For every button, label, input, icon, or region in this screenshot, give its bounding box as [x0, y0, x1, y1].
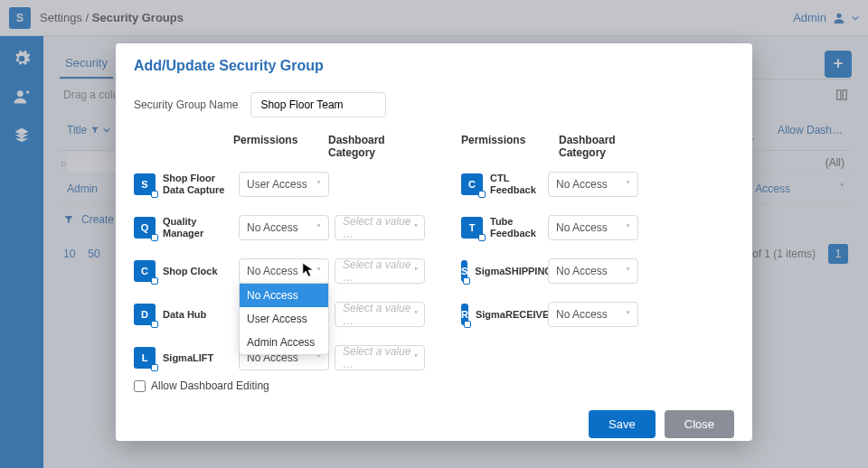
permission-select[interactable]: No Access˅ — [239, 215, 329, 240]
group-name-row: Security Group Name — [134, 92, 734, 117]
dropdown-option[interactable]: User Access — [240, 307, 328, 331]
app-icon: L — [134, 347, 156, 369]
dropdown-option[interactable]: No Access — [240, 284, 328, 307]
permission-select[interactable]: No Access˅ — [548, 215, 638, 240]
app-icon: C — [134, 260, 156, 282]
app-row-receive: R SigmaRECEIVE No Access˅ — [461, 302, 734, 327]
app-row-ctl: C CTL Feedback No Access˅ — [461, 172, 734, 197]
allow-dashboard-row: Allow Dashboard Editing — [116, 370, 752, 401]
app-name: CTL Feedback — [490, 173, 536, 195]
app-icon: Q — [134, 217, 156, 239]
dashboard-select[interactable]: Select a value …˅ — [335, 345, 425, 370]
chevron-down-icon: ˅ — [316, 180, 321, 190]
header-dashboard: Dashboard Category — [328, 128, 423, 164]
app-name: Data Hub — [163, 309, 206, 321]
permission-select[interactable]: User Access˅ — [239, 172, 329, 197]
app-icon: C — [461, 173, 483, 195]
permission-select[interactable]: No Access˅ — [548, 258, 638, 284]
app-row-shopclock: C Shop Clock No Access˅ No Access User A… — [134, 258, 425, 284]
app-icon: D — [134, 304, 156, 325]
permission-select[interactable]: No Access˅ — [548, 302, 638, 327]
chevron-down-icon: ˅ — [626, 180, 630, 190]
permission-select[interactable]: No Access˅ — [239, 258, 329, 284]
chevron-down-icon: ˅ — [316, 223, 321, 233]
permission-dropdown: No Access User Access Admin Access — [239, 283, 329, 355]
cursor-icon — [302, 262, 315, 278]
app-name: Shop Floor Data Capture — [163, 173, 224, 195]
apps-grid: S Shop Floor Data Capture User Access˅ Q… — [134, 164, 734, 370]
app-icon: R — [461, 304, 468, 325]
save-button[interactable]: Save — [589, 410, 656, 438]
app-name: SigmaRECEIVE — [476, 309, 549, 321]
app-row-quality: Q Quality Manager No Access˅ Select a va… — [134, 215, 425, 240]
chevron-down-icon: ˅ — [626, 223, 630, 233]
app-icon: S — [134, 173, 156, 195]
group-name-label: Security Group Name — [134, 98, 238, 111]
chevron-down-icon: ˅ — [412, 353, 417, 363]
chevron-down-icon: ˅ — [412, 267, 417, 276]
modal-body: Security Group Name Permissions Dashboar… — [116, 92, 752, 370]
permission-select[interactable]: No Access˅ — [548, 172, 638, 197]
app-row-shipping: S SigmaSHIPPING No Access˅ — [461, 258, 734, 284]
app-row-sfdc: S Shop Floor Data Capture User Access˅ — [134, 172, 425, 197]
dashboard-select[interactable]: Select a value …˅ — [335, 302, 425, 327]
allow-dashboard-label: Allow Dashboard Editing — [151, 379, 269, 392]
allow-dashboard-checkbox[interactable] — [134, 380, 146, 392]
app-name: SigmaSHIPPING — [475, 266, 552, 277]
chevron-down-icon: ˅ — [626, 267, 630, 276]
app-name: Quality Manager — [163, 216, 203, 239]
apps-right: C CTL Feedback No Access˅ T Tube Feedbac… — [461, 164, 734, 370]
chevron-down-icon: ˅ — [316, 267, 321, 276]
app-name: Tube Feedback — [490, 216, 536, 239]
dashboard-select[interactable]: Select a value …˅ — [335, 215, 425, 240]
app-name: SigmaLIFT — [163, 352, 213, 364]
chevron-down-icon: ˅ — [412, 310, 417, 320]
modal-security-group: Add/Update Security Group Security Group… — [116, 43, 752, 441]
header-permissions: Permissions — [461, 128, 559, 164]
app-name: Shop Clock — [163, 266, 218, 277]
header-permissions: Permissions — [233, 128, 328, 164]
apps-left: S Shop Floor Data Capture User Access˅ Q… — [134, 164, 425, 370]
dashboard-select[interactable]: Select a value …˅ — [335, 258, 425, 284]
column-headers: Permissions Dashboard Category Permissio… — [134, 128, 734, 164]
header-dashboard: Dashboard Category — [559, 128, 654, 164]
modal-title: Add/Update Security Group — [116, 43, 752, 83]
group-name-input[interactable] — [250, 92, 386, 117]
dropdown-option[interactable]: Admin Access — [240, 331, 328, 354]
close-button[interactable]: Close — [665, 410, 734, 438]
chevron-down-icon: ˅ — [626, 310, 630, 320]
app-icon: T — [461, 217, 483, 239]
app-row-tube: T Tube Feedback No Access˅ — [461, 215, 734, 240]
app-icon: S — [461, 260, 467, 282]
modal-footer: Save Close — [116, 401, 752, 453]
chevron-down-icon: ˅ — [412, 223, 417, 233]
